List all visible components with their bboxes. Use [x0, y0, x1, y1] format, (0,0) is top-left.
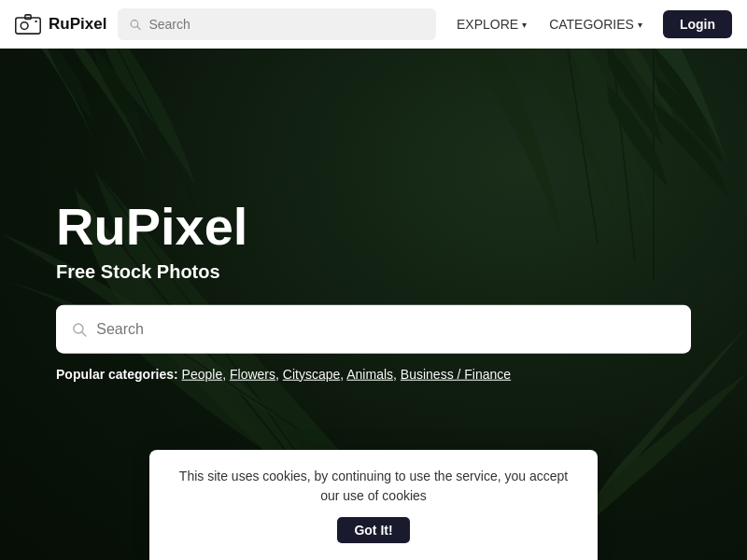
navbar-search-icon — [129, 18, 141, 31]
got-it-button[interactable]: Got It! — [337, 517, 409, 543]
cookie-banner: This site uses cookies, by continuing to… — [149, 450, 598, 560]
svg-rect-13 — [25, 15, 31, 20]
navbar: RuPixel EXPLORE ▾ CATEGORIES ▾ Login — [0, 0, 747, 49]
category-people[interactable]: People, — [182, 366, 226, 381]
logo[interactable]: RuPixel — [15, 14, 106, 35]
navbar-search-bar[interactable] — [118, 8, 436, 40]
navbar-search-input[interactable] — [148, 17, 425, 32]
category-flowers[interactable]: Flowers, — [230, 366, 279, 381]
svg-point-12 — [21, 22, 28, 30]
category-business-finance[interactable]: Business / Finance — [401, 366, 511, 381]
svg-point-14 — [35, 21, 36, 22]
svg-line-16 — [137, 26, 140, 29]
hero-title: RuPixel — [56, 198, 691, 256]
login-button[interactable]: Login — [663, 10, 732, 38]
categories-nav-link[interactable]: CATEGORIES ▾ — [540, 11, 652, 37]
explore-nav-link[interactable]: EXPLORE ▾ — [447, 11, 536, 37]
popular-categories: Popular categories: People, Flowers, Cit… — [56, 366, 691, 381]
svg-line-10 — [82, 332, 86, 336]
logo-text: RuPixel — [49, 15, 106, 34]
cookie-message: This site uses cookies, by continuing to… — [172, 467, 575, 506]
hero-content: RuPixel Free Stock Photos Popular catego… — [56, 198, 691, 382]
search-icon — [71, 320, 87, 337]
categories-chevron-icon: ▾ — [638, 20, 642, 30]
hero-search-input[interactable] — [96, 320, 676, 337]
category-animals[interactable]: Animals, — [346, 366, 397, 381]
nav-links: EXPLORE ▾ CATEGORIES ▾ — [447, 11, 652, 37]
category-cityscape[interactable]: Cityscape, — [283, 366, 344, 381]
logo-icon — [15, 14, 41, 35]
explore-chevron-icon: ▾ — [522, 20, 527, 30]
hero-subtitle: Free Stock Photos — [56, 260, 691, 282]
hero-search-bar[interactable] — [56, 304, 691, 353]
